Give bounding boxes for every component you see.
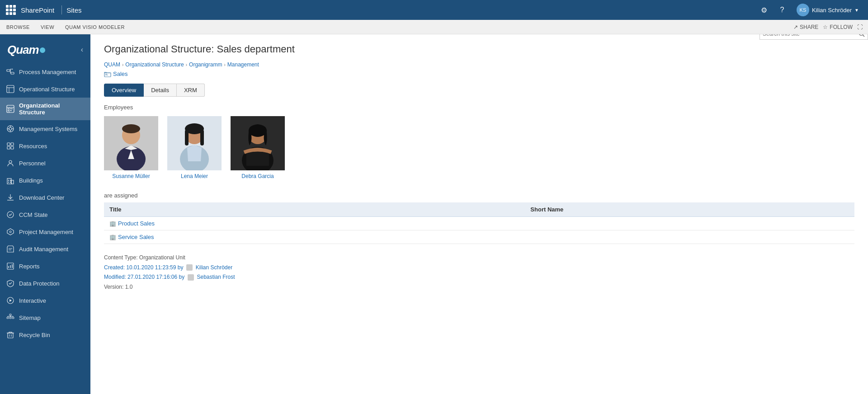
breadcrumb-quam[interactable]: QUAM xyxy=(104,61,120,68)
breadcrumb-org-structure[interactable]: Organizational Structure xyxy=(125,61,184,68)
svg-rect-18 xyxy=(7,143,10,145)
metadata: Content Type: Organizational Unit Create… xyxy=(104,253,854,292)
col-title: Title xyxy=(104,202,525,217)
assigned-label: are assigned xyxy=(104,192,854,199)
sidebar-item-data-protection[interactable]: Data Protection xyxy=(0,275,90,292)
sidebar-item-process-management[interactable]: Process Management xyxy=(0,63,90,80)
svg-rect-67 xyxy=(185,130,189,145)
search-bar[interactable] xyxy=(760,34,868,40)
tab-details[interactable]: Details xyxy=(144,84,177,97)
help-icon[interactable]: ? xyxy=(774,2,790,18)
share-button[interactable]: ↗ SHARE xyxy=(793,24,818,30)
user-menu[interactable]: KS Kilian Schröder ▼ xyxy=(792,2,863,18)
focus-icon: ⛶ xyxy=(857,24,863,30)
content-type: Content Type: Organizational Unit xyxy=(104,253,854,263)
sidebar-label: Reports xyxy=(19,263,40,270)
row-short-name xyxy=(525,230,854,244)
row-title: Service Sales xyxy=(118,234,154,240)
search-input[interactable] xyxy=(760,34,856,37)
user-avatar-sm xyxy=(186,264,193,271)
product-sales-link[interactable]: 🏢 Product Sales xyxy=(109,220,519,227)
sidebar-item-organizational-structure[interactable]: Organizational Structure xyxy=(0,98,90,120)
breadcrumb-organigramm[interactable]: Organigramm xyxy=(189,61,222,68)
sidebar-item-operational-structure[interactable]: Operational Structure xyxy=(0,80,90,98)
svg-rect-40 xyxy=(9,314,11,315)
sidebar-item-recycle-bin[interactable]: Recycle Bin xyxy=(0,326,90,343)
svg-rect-20 xyxy=(7,146,10,149)
employee-card: Lena Meier xyxy=(167,116,222,179)
breadcrumb-management[interactable]: Management xyxy=(227,61,259,68)
svg-point-32 xyxy=(9,231,11,233)
employee-name-1[interactable]: Susanne Müller xyxy=(112,173,150,179)
employee-photo-1[interactable] xyxy=(104,116,158,170)
modified-by-link[interactable]: Sebastian Frost xyxy=(197,274,235,280)
sidebar-item-audit-management[interactable]: Audit Management xyxy=(0,240,90,258)
org-icon xyxy=(6,105,14,113)
employees-grid: Susanne Müller xyxy=(104,116,854,179)
sitemap-icon xyxy=(6,314,14,322)
org-icon: 🏢 xyxy=(109,234,116,240)
sidebar-item-resources[interactable]: Resources xyxy=(0,137,90,155)
sales-folder-link[interactable]: Sales xyxy=(104,70,854,77)
svg-rect-41 xyxy=(7,317,9,319)
created-by-link[interactable]: Kilian Schröder xyxy=(196,264,232,271)
search-button[interactable] xyxy=(856,34,868,39)
employee-name-3[interactable]: Debra Garcia xyxy=(241,173,274,179)
view-tab[interactable]: VIEW xyxy=(40,22,55,33)
trash-icon xyxy=(6,331,14,339)
buildings-icon xyxy=(6,176,14,184)
employee-name-2[interactable]: Lena Meier xyxy=(181,173,208,179)
mgmt-icon xyxy=(6,125,14,133)
svg-rect-43 xyxy=(12,317,14,319)
app-launcher-icon[interactable] xyxy=(5,4,17,16)
browse-tab[interactable]: BROWSE xyxy=(5,22,31,33)
resources-icon xyxy=(6,142,14,150)
row-short-name xyxy=(525,217,854,230)
follow-button[interactable]: ☆ FOLLOW xyxy=(823,24,853,30)
svg-rect-10 xyxy=(10,108,13,109)
folder-link-text: Sales xyxy=(113,70,128,77)
sidebar-label: Management Systems xyxy=(19,126,77,132)
quam-visio-modeler-tab[interactable]: QUAM VISIO MODELER xyxy=(64,22,126,33)
tab-overview[interactable]: Overview xyxy=(104,84,144,97)
top-bar-actions: ⚙ ? KS Kilian Schröder ▼ xyxy=(756,2,863,18)
sidebar-item-interactive[interactable]: Interactive xyxy=(0,292,90,309)
col-short-name: Short Name xyxy=(525,202,854,217)
employee-photo-3[interactable] xyxy=(231,116,285,170)
svg-rect-25 xyxy=(8,180,9,181)
sidebar-item-management-systems[interactable]: Management Systems xyxy=(0,120,90,137)
svg-point-30 xyxy=(7,211,14,218)
sidebar-label: CCM State xyxy=(19,211,48,218)
service-sales-link[interactable]: 🏢 Service Sales xyxy=(109,234,519,240)
svg-rect-9 xyxy=(8,110,9,111)
table-row: 🏢 Product Sales xyxy=(104,217,854,230)
avatar: KS xyxy=(797,4,809,16)
sidebar-label: Sitemap xyxy=(19,314,41,321)
svg-rect-2 xyxy=(7,85,14,93)
employee-photo-2[interactable] xyxy=(167,116,222,170)
sidebar-item-personnel[interactable]: Personnel xyxy=(0,155,90,172)
sidebar-item-download-center[interactable]: Download Center xyxy=(0,189,90,206)
tab-xrm[interactable]: XRM xyxy=(177,84,205,97)
row-title: Product Sales xyxy=(118,220,155,227)
sidebar-item-reports[interactable]: Reports xyxy=(0,258,90,275)
sidebar-item-sitemap[interactable]: Sitemap xyxy=(0,309,90,326)
top-bar: SharePoint Sites ⚙ ? KS Kilian Schröder … xyxy=(0,0,868,20)
sidebar-label: Audit Management xyxy=(19,246,68,253)
employee-card: Susanne Müller xyxy=(104,116,158,179)
operational-icon xyxy=(6,85,14,93)
quam-logo: Quam● ‹ xyxy=(0,34,90,63)
sidebar-item-ccm-state[interactable]: CCM State xyxy=(0,206,90,223)
app-name: SharePoint xyxy=(21,6,54,14)
focus-button[interactable]: ⛶ xyxy=(857,24,863,30)
breadcrumb-sep: › xyxy=(122,62,123,67)
divider xyxy=(61,5,62,14)
settings-icon[interactable]: ⚙ xyxy=(756,2,772,18)
sidebar-item-project-management[interactable]: Project Management xyxy=(0,223,90,240)
svg-rect-19 xyxy=(11,143,14,145)
svg-point-13 xyxy=(9,127,12,130)
svg-rect-23 xyxy=(7,178,11,184)
sidebar-label: Resources xyxy=(19,143,47,150)
sidebar-item-buildings[interactable]: Buildings xyxy=(0,172,90,189)
sidebar-collapse-button[interactable]: ‹ xyxy=(81,46,83,54)
